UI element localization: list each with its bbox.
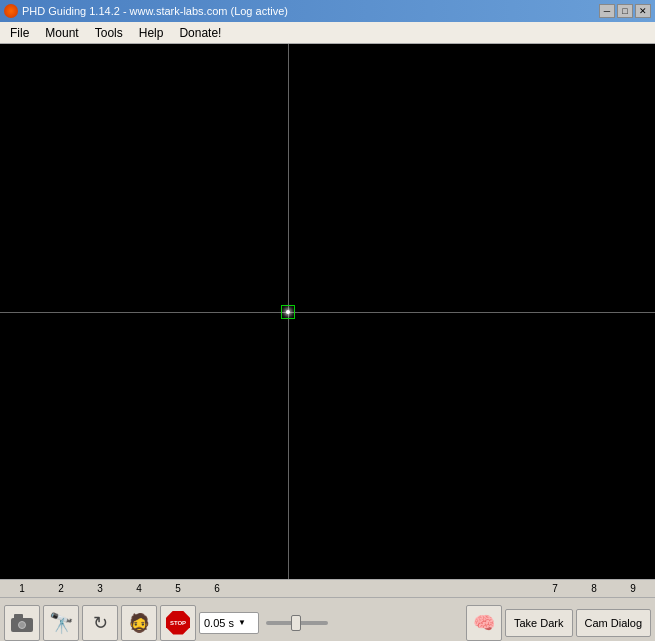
main-toolbar: 🔭 ↻ 🧔 STOP 0.05 s ▼ 🧠 Take Dark Cam Dial… [0, 597, 655, 641]
stop-icon: STOP [166, 611, 190, 635]
brain-button[interactable]: 🧠 [466, 605, 502, 641]
tool-number-1: 1 [4, 583, 40, 594]
guide-face-button[interactable]: 🧔 [121, 605, 157, 641]
tool-number-9: 9 [615, 583, 651, 594]
loop-icon: ↻ [93, 612, 108, 634]
title-bar-left: PHD Guiding 1.14.2 - www.stark-labs.com … [4, 4, 288, 18]
menu-bar: File Mount Tools Help Donate! [0, 22, 655, 44]
app-icon [4, 4, 18, 18]
tool-number-8: 8 [576, 583, 612, 594]
camera-icon [11, 614, 33, 632]
dropdown-arrow-icon: ▼ [238, 618, 246, 627]
window-title: PHD Guiding 1.14.2 - www.stark-labs.com … [22, 5, 288, 17]
stop-button[interactable]: STOP [160, 605, 196, 641]
minimize-button[interactable]: ─ [599, 4, 615, 18]
menu-file[interactable]: File [2, 24, 37, 42]
camera-view[interactable] [0, 44, 655, 579]
maximize-button[interactable]: □ [617, 4, 633, 18]
take-dark-button[interactable]: Take Dark [505, 609, 573, 637]
exposure-dropdown[interactable]: 0.05 s ▼ [199, 612, 259, 634]
menu-tools[interactable]: Tools [87, 24, 131, 42]
telescope-icon: 🔭 [49, 611, 74, 635]
toolbar-number-labels: 1 2 3 4 5 6 7 8 9 [0, 579, 655, 597]
menu-donate[interactable]: Donate! [171, 24, 229, 42]
brain-icon: 🧠 [473, 612, 495, 634]
gain-slider-thumb[interactable] [291, 615, 301, 631]
tool-number-3: 3 [82, 583, 118, 594]
menu-mount[interactable]: Mount [37, 24, 86, 42]
tool-number-2: 2 [43, 583, 79, 594]
title-bar: PHD Guiding 1.14.2 - www.stark-labs.com … [0, 0, 655, 22]
close-button[interactable]: ✕ [635, 4, 651, 18]
cam-dialog-button[interactable]: Cam Dialog [576, 609, 651, 637]
tool-number-5: 5 [160, 583, 196, 594]
title-bar-controls[interactable]: ─ □ ✕ [599, 4, 651, 18]
exposure-value: 0.05 s [204, 617, 234, 629]
telescope-button[interactable]: 🔭 [43, 605, 79, 641]
tool-number-4: 4 [121, 583, 157, 594]
face-icon: 🧔 [128, 612, 150, 634]
tool-number-6: 6 [199, 583, 235, 594]
crosshair-horizontal [0, 312, 655, 313]
menu-help[interactable]: Help [131, 24, 172, 42]
gain-slider[interactable] [266, 621, 328, 625]
loop-button[interactable]: ↻ [82, 605, 118, 641]
tool-number-7: 7 [537, 583, 573, 594]
guide-star [286, 310, 290, 314]
camera-button[interactable] [4, 605, 40, 641]
gain-slider-container [262, 612, 332, 634]
